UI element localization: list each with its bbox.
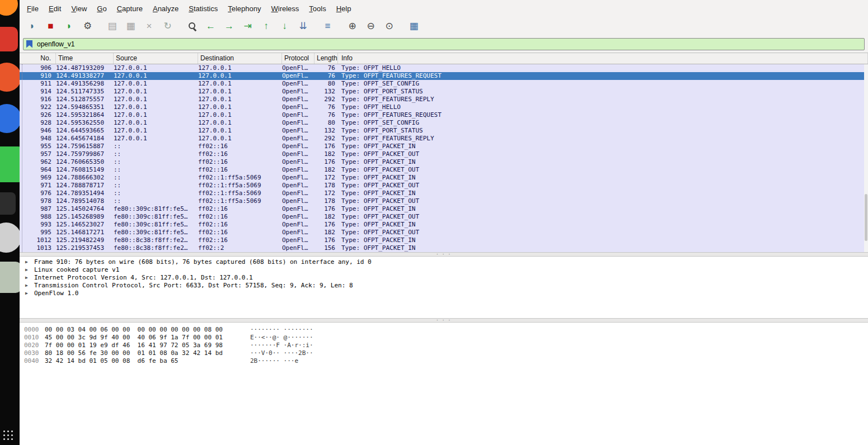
show-applications-button[interactable] [2, 429, 13, 441]
menu-analyze[interactable]: Analyze [148, 4, 184, 13]
start-capture-button[interactable]: ◗ [24, 18, 40, 34]
detail-line-0[interactable]: ▶Frame 910: 76 bytes on wire (608 bits),… [20, 258, 868, 266]
filter-bar: openflow_v1 [20, 35, 868, 53]
bookmark-icon[interactable] [26, 40, 32, 48]
expand-arrow-icon[interactable]: ▶ [25, 274, 28, 282]
dock-icon-blue-app[interactable] [0, 104, 20, 133]
menu-help[interactable]: Help [331, 4, 356, 13]
detail-line-2[interactable]: ▶Internet Protocol Version 4, Src: 127.0… [20, 274, 868, 282]
first-packet-button[interactable]: ↑ [258, 18, 274, 34]
column-header-info[interactable]: Info [338, 53, 868, 64]
find-packet-button[interactable] [184, 18, 200, 34]
column-header-length[interactable]: Length [315, 53, 338, 64]
main-toolbar: ◗■◗⚙▤▦×↻←→⇥↑↓⇊≡⊕⊖⊙▦ [20, 17, 868, 35]
hex-row-0040[interactable]: 004032 42 14 bd 01 05 00 08 d6 fe ba 652… [20, 357, 868, 365]
packet-row-916[interactable]: 916124.512875557127.0.0.1127.0.0.1OpenFl… [20, 96, 868, 103]
menu-go[interactable]: Go [92, 4, 111, 13]
zoom-original-button[interactable]: ⊙ [381, 18, 397, 34]
dock-icon-orange-app[interactable] [0, 63, 20, 92]
packet-list-scrollbar[interactable] [864, 64, 868, 252]
hex-row-0010[interactable]: 001045 00 00 3c 9d 9f 40 00 40 06 9f 1a … [20, 334, 868, 342]
packet-row-955[interactable]: 955124.759615887::ff02::16OpenFl…176Type… [20, 143, 868, 150]
packet-row-962[interactable]: 962124.760665350::ff02::16OpenFl…176Type… [20, 158, 868, 166]
menu-statistics[interactable]: Statistics [184, 4, 223, 13]
packet-row-1012[interactable]: 1012125.219482249fe80::8c38:f8ff:fe2…ff0… [20, 236, 868, 244]
desktop-dock [0, 0, 20, 445]
menu-telephony[interactable]: Telephony [223, 4, 266, 13]
packet-row-906[interactable]: 906124.487193209127.0.0.1127.0.0.1OpenFl… [20, 64, 868, 72]
packet-row-911[interactable]: 911124.491356298127.0.0.1127.0.0.1OpenFl… [20, 80, 868, 88]
packet-details-pane: ▶Frame 910: 76 bytes on wire (608 bits),… [20, 257, 868, 318]
grid-dots-icon [3, 430, 5, 432]
packet-row-928[interactable]: 928124.595362550127.0.0.1127.0.0.1OpenFl… [20, 119, 868, 127]
menu-capture[interactable]: Capture [112, 4, 148, 13]
packet-row-957[interactable]: 957124.759799867::ff02::16OpenFl…182Type… [20, 150, 868, 158]
last-packet-button[interactable]: ↓ [276, 18, 293, 34]
column-header-time[interactable]: Time [56, 53, 114, 64]
expand-arrow-icon[interactable]: ▶ [25, 282, 28, 290]
capture-options-button[interactable]: ⚙ [79, 18, 96, 34]
packet-row-987[interactable]: 987125.145024764fe80::309c:81ff:fe5…ff02… [20, 205, 868, 213]
packet-row-910[interactable]: 910124.491338277127.0.0.1127.0.0.1OpenFl… [20, 72, 868, 80]
packet-row-976[interactable]: 976124.789351494::ff02::1:ff5a:5069OpenF… [20, 190, 868, 197]
packet-row-964[interactable]: 964124.760815149::ff02::16OpenFl…182Type… [20, 166, 868, 174]
hex-row-0030[interactable]: 003080 18 00 56 fe 30 00 00 01 01 08 0a … [20, 349, 868, 357]
hex-dump-pane: 000000 00 03 04 00 06 00 00 00 00 00 00 … [20, 323, 868, 390]
display-filter-input[interactable]: openflow_v1 [23, 38, 865, 50]
packet-row-948[interactable]: 948124.645674184127.0.0.1127.0.0.1OpenFl… [20, 135, 868, 143]
packet-row-978[interactable]: 978124.789514078::ff02::1:ff5a:5069OpenF… [20, 197, 868, 205]
next-packet-button[interactable]: → [221, 18, 237, 34]
expand-arrow-icon[interactable]: ▶ [25, 290, 28, 297]
detail-line-4[interactable]: ▶OpenFlow 1.0 [20, 290, 868, 297]
detail-line-3[interactable]: ▶Transmission Control Protocol, Src Port… [20, 282, 868, 290]
open-capture-file-button[interactable]: ▤ [104, 18, 120, 34]
expand-arrow-icon[interactable]: ▶ [25, 266, 28, 274]
hex-row-0020[interactable]: 00207f 00 00 01 19 e9 df 46 16 41 97 72 … [20, 342, 868, 349]
resize-columns-button[interactable]: ▦ [406, 18, 422, 34]
save-capture-file-button[interactable]: ▦ [123, 18, 139, 34]
packet-row-946[interactable]: 946124.644593665127.0.0.1127.0.0.1OpenFl… [20, 127, 868, 135]
close-capture-file-button[interactable]: × [141, 18, 157, 34]
column-header-no[interactable]: No. [20, 53, 56, 64]
menu-file[interactable]: File [22, 4, 44, 13]
packet-row-971[interactable]: 971124.788878717::ff02::1:ff5a:5069OpenF… [20, 182, 868, 190]
packet-row-926[interactable]: 926124.595321864127.0.0.1127.0.0.1OpenFl… [20, 111, 868, 119]
zoom-in-button[interactable]: ⊕ [344, 18, 360, 34]
menu-edit[interactable]: Edit [44, 4, 66, 13]
previous-packet-button[interactable]: ← [203, 18, 219, 34]
column-header-destination[interactable]: Destination [198, 53, 282, 64]
expand-arrow-icon[interactable]: ▶ [25, 258, 28, 266]
reload-capture-file-button[interactable]: ↻ [159, 18, 176, 34]
menu-view[interactable]: View [66, 4, 92, 13]
dock-icon-sage-app[interactable] [0, 262, 20, 293]
hex-row-0000[interactable]: 000000 00 03 04 00 06 00 00 00 00 00 00 … [20, 326, 868, 334]
packet-row-922[interactable]: 922124.594865351127.0.0.1127.0.0.1OpenFl… [20, 103, 868, 111]
dock-icon-red-app[interactable] [0, 27, 18, 51]
stop-capture-button[interactable]: ■ [43, 18, 59, 34]
dock-icon-green-app[interactable] [0, 146, 20, 182]
menu-wireless[interactable]: Wireless [266, 4, 304, 13]
packet-row-914[interactable]: 914124.511747335127.0.0.1127.0.0.1OpenFl… [20, 88, 868, 96]
dock-icon-firefox[interactable] [0, 0, 18, 16]
packet-row-988[interactable]: 988125.145268989fe80::309c:81ff:fe5…ff02… [20, 213, 868, 221]
restart-capture-button[interactable]: ◗ [61, 18, 77, 34]
zoom-out-button[interactable]: ⊖ [363, 18, 379, 34]
packet-list-header: No.TimeSourceDestinationProtocolLengthIn… [20, 53, 868, 64]
scrollbar-thumb[interactable] [865, 194, 867, 241]
column-header-protocol[interactable]: Protocol [282, 53, 315, 64]
colorize-packets-button[interactable]: ≡ [320, 18, 336, 34]
packet-row-969[interactable]: 969124.788666302::ff02::1:ff5a:5069OpenF… [20, 174, 868, 182]
packet-list: 906124.487193209127.0.0.1127.0.0.1OpenFl… [20, 64, 868, 252]
splitter-list-details[interactable] [20, 252, 868, 257]
column-header-source[interactable]: Source [114, 53, 198, 64]
menu-tools[interactable]: Tools [304, 4, 331, 13]
go-to-packet-button[interactable]: ⇥ [240, 18, 256, 34]
packet-row-995[interactable]: 995125.146817271fe80::309c:81ff:fe5…ff02… [20, 229, 868, 236]
auto-scroll-button[interactable]: ⇊ [295, 18, 311, 34]
dock-icon-dark-app[interactable] [0, 192, 16, 215]
detail-line-1[interactable]: ▶Linux cooked capture v1 [20, 266, 868, 274]
splitter-details-hex[interactable] [20, 318, 868, 323]
packet-row-993[interactable]: 993125.146523027fe80::309c:81ff:fe5…ff02… [20, 221, 868, 229]
wireshark-window: FileEditViewGoCaptureAnalyzeStatisticsTe… [20, 0, 868, 445]
dock-icon-gray-app[interactable] [0, 222, 20, 253]
